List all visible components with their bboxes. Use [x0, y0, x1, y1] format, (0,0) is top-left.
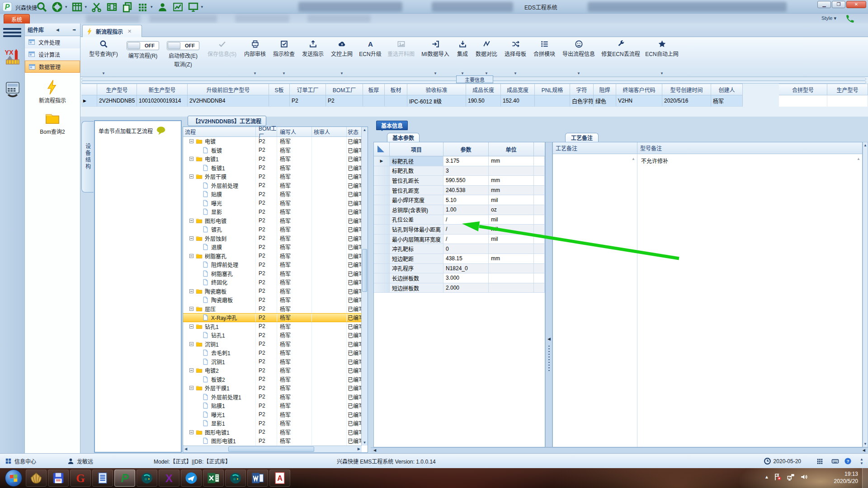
tree-node[interactable]: 外层干膜1	[183, 384, 256, 393]
close-button[interactable]: ✕	[846, 1, 866, 8]
main-table-row[interactable]: ▶2V2HNDDNB5100102000193142V2HNDDNB4P2P2I…	[81, 95, 743, 107]
tree-node[interactable]: 终固化	[183, 278, 256, 287]
param-selector[interactable]	[374, 166, 390, 176]
param-value[interactable]: /	[443, 235, 489, 244]
cell-创建人[interactable]: 杨军	[711, 95, 743, 107]
tree-row-陶瓷磨板[interactable]: 陶瓷磨板P2杨军已编写	[183, 296, 362, 305]
media-app[interactable]	[137, 469, 157, 487]
write-process-toggle[interactable]: OFF编写流程(R)	[123, 37, 163, 77]
tab-new-process-instruction[interactable]: 新流程指示 ✕	[82, 25, 142, 37]
dots-grid-icon[interactable]	[816, 454, 824, 469]
expand-icon[interactable]	[189, 368, 193, 372]
tree-node[interactable]: 板镀	[183, 146, 256, 155]
tab-basic-params[interactable]: 基本参数	[387, 133, 420, 142]
param-value[interactable]: N1824_0	[443, 264, 489, 274]
tab-basic-info[interactable]: 基本信息	[376, 121, 408, 130]
expand-icon[interactable]	[189, 157, 193, 161]
tree-node[interactable]: 钻孔1	[183, 331, 256, 340]
col-成品长度[interactable]: 成品长度	[466, 84, 501, 95]
select-all-cell[interactable]	[374, 142, 390, 156]
param-row-总铜厚(含表铜)[interactable]: 总铜厚(含表铜)1.00oz	[374, 205, 545, 215]
grid-icon[interactable]	[137, 1, 148, 13]
param-selector[interactable]	[374, 244, 390, 254]
bottom-splitter[interactable]: ◀◀	[371, 447, 868, 453]
tree-node[interactable]: 外层蚀刻	[183, 234, 256, 243]
tree-row-外层干膜1[interactable]: 外层干膜1P2杨军已编写	[183, 384, 362, 393]
cell-生产型号[interactable]: 2V2HNDDNB5	[97, 95, 137, 107]
param-row-孔位公差[interactable]: 孔位公差/mil	[374, 215, 545, 225]
dropdown-arrow-icon[interactable]: ▼	[514, 71, 517, 75]
help-icon[interactable]: ?	[844, 454, 852, 469]
cell-阻焊[interactable]: 绿色	[594, 95, 616, 107]
expand-icon[interactable]	[189, 174, 193, 178]
tree-node[interactable]: 板镀2	[183, 375, 256, 384]
close-tab-icon[interactable]: ✕	[127, 28, 132, 34]
param-row-冲孔程序[interactable]: 冲孔程序N1824_0	[374, 264, 545, 274]
tree-row-去毛刺1[interactable]: 去毛刺1P2杨军已编写	[183, 348, 362, 357]
tree-node[interactable]: 沉铜1	[183, 357, 256, 366]
copy-icon[interactable]	[122, 1, 133, 13]
cell-成品长度[interactable]: 190.50	[466, 95, 501, 107]
tree-node[interactable]: X-Ray冲孔	[183, 314, 256, 322]
param-value[interactable]: 3.000	[443, 273, 489, 283]
tree-row-板镀[interactable]: 板镀P2杨军已编写	[183, 146, 362, 155]
monitor-icon[interactable]	[188, 1, 199, 13]
tree-node[interactable]: 陶瓷磨板	[183, 296, 256, 305]
chart-icon[interactable]	[172, 1, 184, 13]
param-row-短边拼板数[interactable]: 短边拼板数2.000	[374, 283, 545, 293]
cell-订单工厂[interactable]: P2	[290, 95, 326, 107]
tree-horizontal-scrollbar[interactable]: ◀ ▶	[183, 446, 362, 452]
tree-node[interactable]: 电镀2	[183, 366, 256, 375]
shortcut-bom-query[interactable]: Bom查询2	[25, 110, 80, 135]
tree-node[interactable]: 曝光1	[183, 410, 256, 419]
tree-row-显影1[interactable]: 显影1P2杨军已编写	[183, 419, 362, 428]
minimize-button[interactable]: ▁	[817, 1, 831, 8]
tree-node[interactable]: 去毛刺1	[183, 348, 256, 357]
param-value[interactable]: 3	[443, 166, 489, 176]
col-BOM工厂[interactable]: BOM工厂	[326, 84, 363, 95]
expand-icon[interactable]	[189, 324, 193, 328]
model-query-button[interactable]: 型号查询(F)▼	[84, 37, 123, 77]
param-selector[interactable]	[374, 273, 390, 283]
volume-icon[interactable]	[800, 473, 808, 481]
param-row-标靶孔径[interactable]: ▶标靶孔径3.175mm	[374, 156, 545, 166]
tab-process-remark[interactable]: 工艺备注	[565, 133, 599, 142]
cell-成品宽度[interactable]: 152.40	[501, 95, 535, 107]
col-字符[interactable]: 字符	[570, 84, 594, 95]
eds-app[interactable]: P	[114, 469, 135, 487]
tree-node[interactable]: 显影	[183, 207, 256, 216]
param-value[interactable]: /	[443, 225, 489, 235]
param-row-标靶孔数[interactable]: 标靶孔数3	[374, 166, 545, 176]
expand-icon[interactable]	[189, 254, 193, 258]
col-板厚[interactable]: 板厚	[363, 84, 385, 95]
model-remark-field[interactable]: 不允许修补 ▲	[637, 154, 862, 447]
param-selector[interactable]	[374, 195, 390, 205]
col-合拼型号[interactable]: 合拼型号	[779, 84, 827, 95]
tree-row-电镀1[interactable]: 电镀1P2杨军已编写	[183, 155, 362, 164]
param-value[interactable]: 0	[443, 244, 489, 254]
tree-row-外层前处理1[interactable]: 外层前处理1P2杨军已编写	[183, 393, 362, 402]
start-button[interactable]	[3, 469, 24, 487]
tree-node[interactable]: 树脂塞孔	[183, 252, 256, 261]
cell-升级前旧生产型号[interactable]: 2V2HNDDNB4	[188, 95, 269, 107]
cell-验收标准[interactable]: IPC-6012 Ⅱ级	[407, 95, 466, 107]
tree-row-树脂塞孔[interactable]: 树脂塞孔P2杨军已编写	[183, 252, 362, 261]
param-selector[interactable]	[374, 225, 390, 235]
tree-row-阻焊前处理[interactable]: 阻焊前处理P2杨军已编写	[183, 260, 362, 269]
table-icon[interactable]	[71, 1, 83, 13]
cell-新生产型号[interactable]: 10010200019314	[137, 95, 188, 107]
tree-row-图形电镀[interactable]: 图形电镀P2杨军已编写	[183, 216, 362, 225]
param-row-钻孔到导体最小距离[interactable]: 钻孔到导体最小距离/mil	[374, 225, 545, 235]
tree-node[interactable]: 电镀1	[183, 155, 256, 164]
style-dropdown[interactable]: Style ▾	[821, 15, 836, 21]
param-row-长边拼板数[interactable]: 长边拼板数3.000	[374, 273, 545, 283]
param-value[interactable]: 2.000	[443, 283, 489, 293]
col-新生产型号[interactable]: 新生产型号	[137, 84, 188, 95]
tree-row-图形电镀1[interactable]: 图形电镀1P2杨军已编写	[183, 436, 362, 446]
dropdown-arrow-icon[interactable]: ▼	[282, 71, 286, 75]
floppy-app[interactable]	[48, 469, 69, 487]
param-selector[interactable]	[374, 186, 390, 196]
excel-app[interactable]	[203, 469, 224, 487]
tree-node[interactable]: 图形电镀1	[183, 428, 256, 437]
mi-data-import-button[interactable]: MI数据导入▼	[418, 37, 453, 77]
